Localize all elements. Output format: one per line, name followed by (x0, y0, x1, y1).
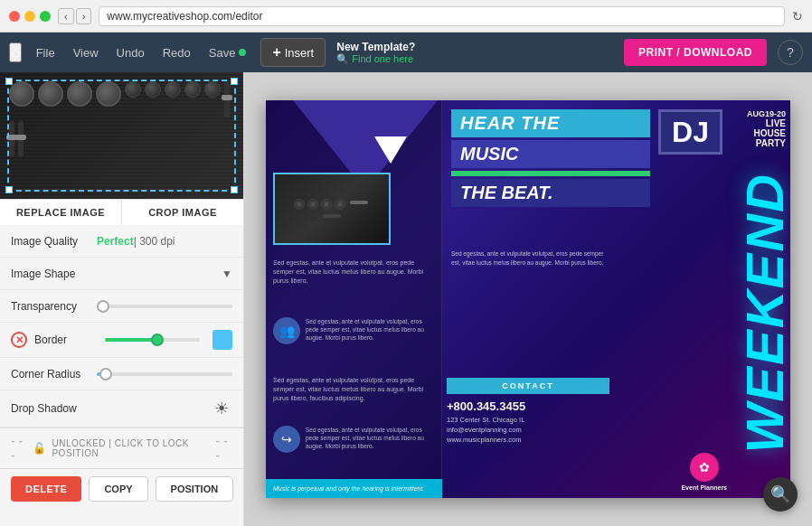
lock-dash-left: - - - (11, 434, 27, 463)
maximize-button[interactable] (40, 11, 51, 22)
action-buttons: DELETE COPY POSITION (0, 469, 243, 509)
body-text-right: Sed egestas, ante et vulputate volutpat,… (451, 249, 605, 268)
knob-large-3 (67, 81, 92, 107)
corner-radius-label: Corner Radius (11, 368, 97, 380)
contact-section: CONTACT +800.345.3455 123 Center St. Chi… (447, 378, 609, 444)
new-template-area: New Template? 🔍 Find one here (336, 41, 415, 65)
border-slider-thumb[interactable] (151, 333, 164, 346)
icon-circle-2: 👥 (273, 317, 300, 344)
hear-text: HEAR THE (451, 109, 650, 137)
left-text-2: Sed egestas, ante et vulputate volutpat,… (306, 317, 434, 342)
dj-logo: DJ (658, 109, 722, 155)
minimize-button[interactable] (24, 11, 35, 22)
find-one-link[interactable]: 🔍 Find one here (336, 53, 415, 65)
dj-text: DJ (672, 117, 709, 146)
position-button[interactable]: POSITION (156, 476, 234, 502)
transparency-slider[interactable] (97, 305, 232, 308)
transparency-thumb[interactable] (97, 300, 109, 313)
image-shape-label: Image Shape (11, 268, 97, 280)
lock-bar[interactable]: - - - 🔓 UNLOCKED | CLICK TO LOCK POSITIO… (0, 427, 243, 469)
save-button[interactable]: Save (202, 41, 254, 65)
forward-button[interactable]: › (76, 8, 92, 24)
border-slider[interactable] (105, 338, 200, 342)
fader-2 (9, 121, 14, 157)
flyer-right-panel: HEAR THE MUSIC THE BEAT. DJ AUG19-20 LIV… (442, 100, 790, 498)
properties-panel: Image Quality Perfect | 300 dpi Image Sh… (0, 225, 243, 526)
lock-dash-right: - - - (216, 434, 232, 463)
knob-large-4 (96, 81, 121, 107)
image-actions: REPLACE IMAGE CROP IMAGE (0, 199, 243, 225)
left-panel: REPLACE IMAGE CROP IMAGE Image Quality P… (0, 72, 244, 526)
image-quality-label: Image Quality (11, 235, 97, 248)
save-indicator (239, 49, 246, 56)
knob-4 (184, 81, 201, 98)
image-shape-row[interactable]: Image Shape ▼ (0, 258, 243, 290)
traffic-lights (9, 11, 51, 22)
website-text: www.musicplanners.com (447, 436, 609, 444)
drop-shadow-row: Drop Shadow ☀ (0, 390, 243, 427)
body-text-right-content: Sed egestas, ante et vulputate volutpat,… (451, 249, 605, 268)
transparency-label: Transparency (11, 300, 97, 313)
transparency-row: Transparency (0, 290, 243, 323)
save-label: Save (209, 46, 236, 60)
icon-circle-4: ↪ (273, 426, 300, 453)
headline-area: HEAR THE MUSIC THE BEAT. (451, 109, 650, 207)
canvas-area[interactable]: Sed egestas, ante et vulputate volutpat,… (244, 72, 812, 526)
drop-shadow-toggle[interactable]: ☀ (211, 398, 232, 419)
close-button[interactable] (9, 11, 20, 22)
image-quality-value: Perfect | 300 dpi (97, 235, 232, 248)
file-menu[interactable]: File (29, 41, 62, 65)
border-remove-icon[interactable]: ✕ (11, 332, 27, 348)
border-color-swatch[interactable] (212, 330, 232, 350)
lock-icon: 🔓 (33, 442, 46, 455)
ep-logo-icon: ✿ (690, 453, 719, 482)
undo-button[interactable]: Undo (109, 41, 152, 65)
phone-text: +800.345.3455 (447, 399, 609, 413)
corner-radius-thumb[interactable] (99, 368, 112, 380)
main-toolbar: ⌂ File View Undo Redo Save + Insert New … (0, 33, 812, 72)
home-button[interactable]: ⌂ (9, 42, 22, 62)
crop-image-button[interactable]: CROP IMAGE (122, 200, 243, 225)
refresh-button[interactable]: ↻ (792, 9, 803, 23)
replace-image-button[interactable]: REPLACE IMAGE (0, 200, 122, 225)
delete-button[interactable]: DELETE (11, 476, 81, 502)
print-download-button[interactable]: PRINT / DOWNLOAD (624, 39, 767, 66)
address-text: 123 Center St. Chicago IL (447, 416, 609, 424)
house-text: HOUSE (747, 128, 786, 138)
email-text: info@eventplanning.com (447, 426, 609, 434)
lock-text: UNLOCKED | CLICK TO LOCK POSITION (52, 438, 210, 458)
corner-radius-slider[interactable] (97, 372, 232, 376)
dj-image-box[interactable] (273, 173, 391, 245)
knob-3 (165, 81, 181, 98)
knob-large-2 (38, 81, 63, 107)
help-button[interactable]: ? (778, 40, 803, 65)
nav-arrows: ‹ › (58, 8, 91, 24)
back-button[interactable]: ‹ (58, 8, 74, 24)
knob-2 (145, 81, 161, 98)
tagline-bar: Music is perpetual and only the hearing … (266, 479, 442, 498)
border-label: Border (34, 333, 98, 346)
music-text: MUSIC (451, 140, 650, 168)
insert-button[interactable]: + Insert (260, 38, 326, 67)
address-bar[interactable]: www.mycreativeshop.com/editor (99, 6, 785, 26)
feel-bar (451, 171, 650, 176)
date-text: AUG19-20 (747, 109, 786, 118)
view-menu[interactable]: View (66, 41, 106, 65)
corner-radius-row: Corner Radius (0, 358, 243, 390)
live-text: LIVE (747, 118, 786, 128)
image-shape-dropdown-arrow[interactable]: ▼ (222, 268, 232, 280)
transparency-track[interactable] (97, 305, 232, 308)
redo-button[interactable]: Redo (156, 41, 198, 65)
event-planners-logo: ✿ Event Planners (681, 453, 727, 491)
fader-1 (224, 81, 230, 117)
contact-button: CONTACT (447, 378, 609, 394)
fader-3 (18, 121, 24, 157)
knob-1 (125, 81, 141, 98)
corner-radius-track[interactable] (97, 372, 232, 376)
icon-section-4: ↪ Sed egestas, ante et vulputate volutpa… (273, 426, 434, 453)
flyer-left-panel: Sed egestas, ante et vulputate volutpat,… (266, 100, 442, 498)
design-canvas: Sed egestas, ante et vulputate volutpat,… (266, 100, 790, 498)
copy-button[interactable]: COPY (89, 476, 147, 502)
party-text: PARTY (747, 138, 786, 148)
zoom-button[interactable]: 🔍 (763, 477, 798, 512)
